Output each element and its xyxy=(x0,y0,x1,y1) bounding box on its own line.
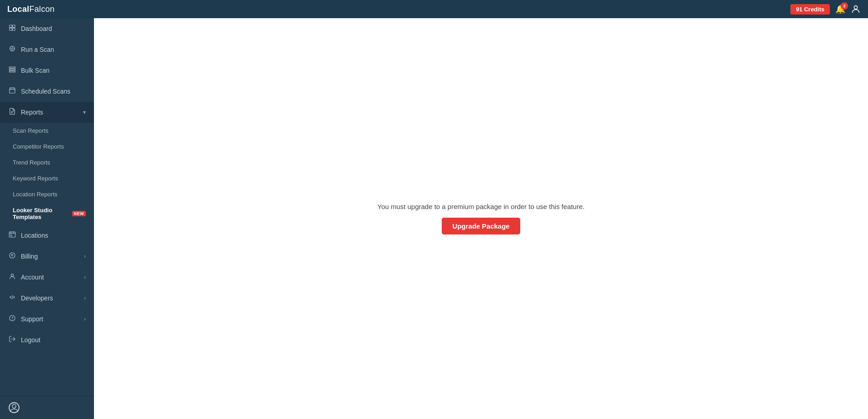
svg-rect-1 xyxy=(10,25,12,27)
sidebar-item-bulk-scan[interactable]: Bulk Scan xyxy=(0,60,94,81)
sidebar-item-run-scan[interactable]: Run a Scan xyxy=(0,39,94,60)
scan-reports-label: Scan Reports xyxy=(13,127,49,134)
svg-rect-10 xyxy=(10,88,15,93)
upgrade-message-text: You must upgrade to a premium package in… xyxy=(377,203,584,210)
svg-point-17 xyxy=(12,404,16,408)
topbar: LocalFalcon 91 Credits 🔔 2 xyxy=(0,0,868,18)
sidebar-item-locations[interactable]: Locations xyxy=(0,225,94,246)
sidebar-item-label-reports: Reports xyxy=(21,109,79,116)
main-layout: Dashboard Run a Scan Bulk Scan Scheduled… xyxy=(0,18,868,419)
chevron-right-account-icon: › xyxy=(84,274,86,280)
sidebar-item-dashboard[interactable]: Dashboard xyxy=(0,18,94,39)
keyword-reports-label: Keyword Reports xyxy=(13,175,58,182)
location-reports-label: Location Reports xyxy=(13,191,57,198)
billing-icon xyxy=(8,252,16,261)
sidebar-subitem-looker-studio[interactable]: Looker Studio Templates NEW xyxy=(0,202,94,225)
svg-point-13 xyxy=(11,274,13,276)
upgrade-package-button[interactable]: Upgrade Package xyxy=(442,218,521,234)
sidebar-item-label-run-scan: Run a Scan xyxy=(21,46,86,53)
developers-icon xyxy=(8,294,16,303)
new-badge: NEW xyxy=(72,211,86,216)
sidebar-avatar-button[interactable] xyxy=(8,402,20,414)
notification-button[interactable]: 🔔 2 xyxy=(835,4,845,14)
notification-badge: 2 xyxy=(841,2,848,10)
user-button[interactable] xyxy=(851,4,861,14)
sidebar-item-logout[interactable]: Logout xyxy=(0,329,94,350)
looker-studio-label: Looker Studio Templates xyxy=(13,207,69,220)
sidebar-item-label-support: Support xyxy=(21,315,79,323)
sidebar-item-label-scheduled-scans: Scheduled Scans xyxy=(21,88,86,95)
svg-rect-7 xyxy=(9,67,15,68)
chevron-right-support-icon: › xyxy=(84,316,86,322)
sidebar-item-reports[interactable]: Reports ▾ xyxy=(0,102,94,123)
svg-rect-3 xyxy=(10,28,12,30)
sidebar-item-developers[interactable]: Developers › xyxy=(0,288,94,309)
sidebar-subitem-competitor-reports[interactable]: Competitor Reports xyxy=(0,139,94,155)
sidebar-subitem-scan-reports[interactable]: Scan Reports xyxy=(0,123,94,139)
chevron-right-billing-icon: › xyxy=(84,253,86,259)
sidebar-item-label-dashboard: Dashboard xyxy=(21,25,86,32)
bulk-scan-icon xyxy=(8,66,16,75)
sidebar-item-label-locations: Locations xyxy=(21,232,86,239)
credits-button[interactable]: 91 Credits xyxy=(790,4,830,15)
topbar-right: 91 Credits 🔔 2 xyxy=(790,4,861,15)
reports-icon xyxy=(8,108,16,117)
sidebar-item-account[interactable]: Account › xyxy=(0,267,94,288)
sidebar: Dashboard Run a Scan Bulk Scan Scheduled… xyxy=(0,18,94,419)
sidebar-item-scheduled-scans[interactable]: Scheduled Scans xyxy=(0,81,94,102)
support-icon xyxy=(8,314,16,324)
svg-rect-8 xyxy=(9,69,15,70)
logo-light: Falcon xyxy=(30,5,55,14)
svg-point-15 xyxy=(12,319,13,320)
chevron-down-icon: ▾ xyxy=(83,109,86,115)
sidebar-item-label-developers: Developers xyxy=(21,294,79,302)
logo: LocalFalcon xyxy=(7,5,54,14)
account-icon xyxy=(8,273,16,282)
svg-point-0 xyxy=(854,6,857,9)
svg-rect-11 xyxy=(9,232,15,237)
dashboard-icon xyxy=(8,24,16,33)
svg-rect-4 xyxy=(13,28,15,30)
sidebar-item-label-bulk-scan: Bulk Scan xyxy=(21,67,86,74)
competitor-reports-label: Competitor Reports xyxy=(13,143,64,150)
sidebar-bottom xyxy=(0,396,94,419)
sidebar-subitem-keyword-reports[interactable]: Keyword Reports xyxy=(0,170,94,186)
user-icon xyxy=(851,4,861,14)
chevron-right-developers-icon: › xyxy=(84,295,86,301)
scan-icon xyxy=(8,45,16,54)
sidebar-item-label-account: Account xyxy=(21,274,79,281)
sidebar-item-label-billing: Billing xyxy=(21,253,79,260)
main-content: You must upgrade to a premium package in… xyxy=(94,18,868,419)
sidebar-item-billing[interactable]: Billing › xyxy=(0,246,94,267)
trend-reports-label: Trend Reports xyxy=(13,159,50,166)
svg-point-6 xyxy=(11,48,13,50)
svg-rect-2 xyxy=(13,25,15,27)
sidebar-item-label-logout: Logout xyxy=(21,336,86,344)
sidebar-subitem-trend-reports[interactable]: Trend Reports xyxy=(0,155,94,170)
calendar-icon xyxy=(8,87,16,96)
svg-rect-9 xyxy=(9,71,15,72)
avatar-circle-icon xyxy=(8,402,20,414)
sidebar-item-support[interactable]: Support › xyxy=(0,309,94,329)
logo-bold: Local xyxy=(7,5,30,14)
locations-icon xyxy=(8,231,16,240)
sidebar-subitem-location-reports[interactable]: Location Reports xyxy=(0,186,94,202)
logout-icon xyxy=(8,335,16,344)
upgrade-message-container: You must upgrade to a premium package in… xyxy=(377,203,584,234)
